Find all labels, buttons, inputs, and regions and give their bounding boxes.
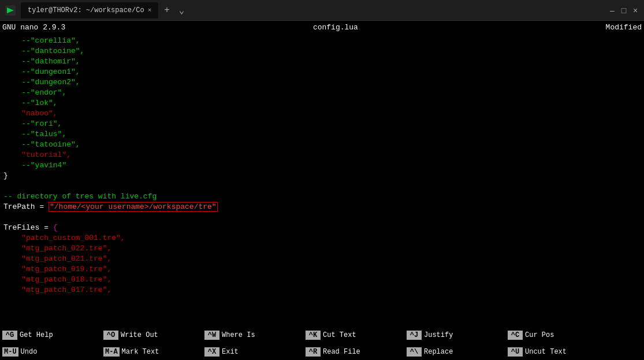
shortcut-key: ^\ — [407, 347, 422, 357]
shortcut-key: M-A — [103, 347, 120, 357]
code-text: } — [3, 171, 8, 180]
editor-line: "mtg_patch_017.tre", — [3, 285, 641, 295]
shortcut-key: ^G — [2, 331, 17, 340]
editor-line: --"dungeon1", — [3, 67, 641, 77]
editor-line: --"talus", — [3, 129, 641, 140]
code-text: --"dantooine", — [3, 47, 84, 55]
shortcut-key: ^U — [508, 347, 523, 357]
editor-line: "mtg_patch_019.tre", — [3, 264, 641, 275]
editor-line: --"dungeon2", — [3, 77, 641, 88]
shortcut-item[interactable]: M-UUndo — [0, 343, 101, 360]
code-text: { — [53, 223, 58, 232]
editor-line: "tutorial", — [3, 150, 641, 160]
editor-line: "mtg_patch_018.tre", — [3, 275, 641, 285]
editor-line: "naboo", — [3, 108, 641, 119]
editor-line — [3, 212, 641, 223]
shortcut-item[interactable]: ^OWrite Out — [101, 327, 202, 343]
shortcut-item[interactable]: ^\Replace — [404, 343, 505, 360]
shortcut-label: Write Out — [121, 331, 158, 339]
terminal-icon — [5, 5, 16, 16]
code-text: TrePath = — [3, 202, 49, 211]
code-text: "naboo", — [3, 109, 58, 118]
shortcut-key: ^C — [508, 331, 523, 340]
shortcut-label: Where Is — [222, 331, 255, 339]
code-text: --"endor", — [3, 88, 66, 97]
shortcut-key: M-U — [2, 347, 18, 357]
code-text: --"tatooine", — [3, 140, 80, 149]
shortcut-item[interactable]: ^KCut Text — [303, 327, 404, 343]
code-text: --"dungeon2", — [3, 78, 80, 87]
editor-line: TreFiles = { — [3, 223, 641, 233]
nano-modified: Modified — [606, 23, 642, 32]
highlighted-path: "/home/<your username>/workspace/tre" — [49, 202, 218, 212]
editor-line: } — [3, 171, 641, 181]
code-text: --"dungeon1", — [3, 68, 80, 76]
editor-line: -- directory of tres with live.cfg — [3, 192, 641, 202]
editor-line: --"dathomir", — [3, 57, 641, 67]
window-controls: – □ × — [608, 6, 639, 14]
editor-line: TrePath = "/home/<your username>/workspa… — [3, 202, 641, 212]
maximize-button[interactable]: □ — [620, 6, 628, 14]
shortcut-key: ^K — [306, 331, 321, 340]
code-text: --"lok", — [3, 99, 58, 107]
editor-area[interactable]: --"corellia", --"dantooine", --"dathomir… — [0, 33, 644, 327]
shortcut-label: Justify — [424, 331, 453, 339]
active-tab[interactable]: tyler@THORv2: ~/workspace/Co × — [21, 2, 158, 18]
code-text: --"corellia", — [3, 36, 80, 45]
tab-label: tyler@THORv2: ~/workspace/Co — [28, 6, 144, 14]
code-text: "mtg_patch_018.tre", — [3, 275, 111, 284]
code-text: --"talus", — [3, 130, 66, 138]
code-text: --"rori", — [3, 119, 62, 128]
tab-close-button[interactable]: × — [148, 7, 152, 14]
editor-line — [3, 181, 641, 192]
editor-line: --"dantooine", — [3, 46, 641, 57]
editor-line: "mtg_patch_021.tre", — [3, 254, 641, 264]
code-text: "mtg_patch_019.tre", — [3, 265, 111, 273]
shortcut-item[interactable]: ^GGet Help — [0, 327, 101, 343]
code-text: -- directory of tres with live.cfg — [3, 192, 157, 201]
nano-filename: config.lua — [313, 23, 358, 32]
shortcut-item[interactable]: ^CCur Pos — [505, 327, 606, 343]
shortcut-label: Uncut Text — [525, 348, 567, 356]
editor-line: --"tatooine", — [3, 140, 641, 150]
code-text: --"yavin4" — [3, 161, 66, 170]
editor-line: "patch_custom_001.tre", — [3, 233, 641, 243]
shortcut-label: Replace — [424, 348, 453, 356]
editor-line: --"rori", — [3, 119, 641, 129]
shortcut-label: Cur Pos — [525, 331, 554, 339]
shortcut-label: Exit — [222, 348, 239, 356]
shortcut-label: Get Help — [20, 331, 53, 339]
editor-line: --"corellia", — [3, 36, 641, 46]
editor-line: --"endor", — [3, 88, 641, 98]
code-text: "mtg_patch_017.tre", — [3, 286, 111, 294]
shortcut-item[interactable]: M-AMark Text — [101, 343, 202, 360]
code-text: --"dathomir", — [3, 57, 80, 66]
tab-dropdown-button[interactable]: ⌄ — [176, 3, 188, 17]
editor-line: "mtg_patch_022.tre", — [3, 243, 641, 254]
editor-line: --"yavin4" — [3, 160, 641, 171]
nano-header: GNU nano 2.9.3 config.lua Modified — [0, 21, 644, 33]
code-text: "mtg_patch_021.tre", — [3, 254, 111, 263]
shortcut-label: Mark Text — [122, 348, 159, 356]
minimize-button[interactable]: – — [608, 6, 616, 14]
shortcut-key: ^X — [204, 347, 219, 357]
code-text: "patch_custom_001.tre", — [3, 234, 125, 242]
title-bar: tyler@THORv2: ~/workspace/Co × + ⌄ – □ × — [0, 0, 644, 21]
tab-area: tyler@THORv2: ~/workspace/Co × + ⌄ — [21, 2, 604, 18]
code-text: "tutorial", — [3, 151, 71, 159]
shortcut-label: Read File — [323, 348, 360, 356]
new-tab-button[interactable]: + — [161, 4, 173, 17]
bottom-bar: ^GGet Help^OWrite Out^WWhere Is^KCut Tex… — [0, 327, 644, 360]
shortcut-label: Undo — [21, 348, 38, 356]
shortcut-item[interactable]: ^RRead File — [303, 343, 404, 360]
shortcut-item[interactable]: ^WWhere Is — [202, 327, 303, 343]
close-window-button[interactable]: × — [631, 6, 639, 14]
shortcut-item[interactable]: ^JJustify — [404, 327, 505, 343]
shortcut-item[interactable]: ^UUncut Text — [505, 343, 606, 360]
nano-version: GNU nano 2.9.3 — [2, 23, 65, 32]
code-text: TreFiles = — [3, 223, 53, 232]
shortcut-key: ^O — [103, 331, 118, 340]
code-text: "mtg_patch_022.tre", — [3, 244, 111, 253]
shortcut-item[interactable]: ^XExit — [202, 343, 303, 360]
shortcut-label: Cut Text — [323, 331, 356, 339]
